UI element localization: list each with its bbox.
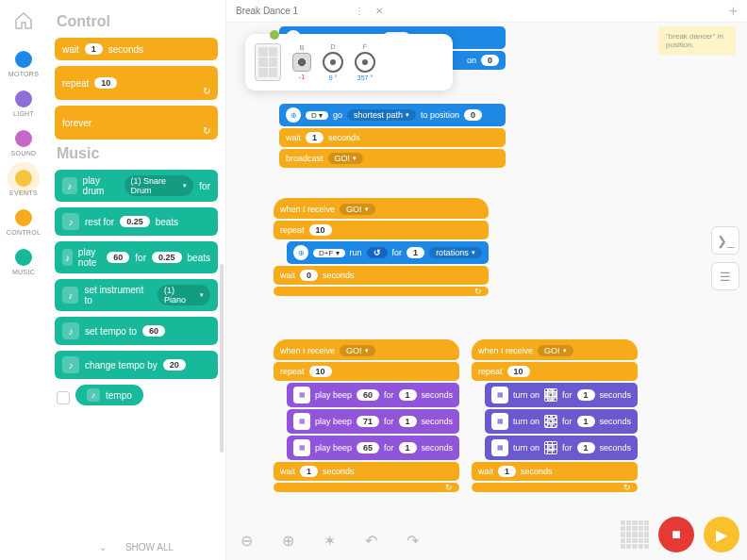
motor-icon xyxy=(293,245,308,260)
zoom-in-button[interactable]: ⊕ xyxy=(275,528,300,552)
motor-icon xyxy=(286,107,301,123)
block-set-tempo[interactable]: ♪ set tempo to 60 xyxy=(55,317,218,345)
block-tempo-reporter[interactable]: ♪ tempo xyxy=(75,385,143,405)
music-icon: ♪ xyxy=(62,356,79,373)
block-wait[interactable]: wait0seconds xyxy=(274,266,489,285)
block-when-receive[interactable]: when I receiveGO! xyxy=(274,339,459,360)
port-b-readout: B-1 xyxy=(292,44,311,80)
block-wait[interactable]: wait 1 seconds xyxy=(55,38,218,60)
led-pattern-icon[interactable] xyxy=(544,441,557,454)
block-set-instrument[interactable]: ♪ set instrument to (1) Piano xyxy=(55,279,218,311)
hub-icon: ▦ xyxy=(491,387,508,404)
music-icon: ♪ xyxy=(62,287,78,304)
console-button[interactable]: ❯_ xyxy=(711,226,739,255)
side-panel: ❯_ ☰ xyxy=(711,226,739,290)
block-repeat[interactable]: repeat10 xyxy=(274,362,459,381)
show-all-button[interactable]: ⌄ SHOW ALL xyxy=(47,542,225,552)
hub-icon: ▦ xyxy=(293,387,310,404)
hub-icon: ▦ xyxy=(293,439,310,456)
block-play-beep[interactable]: ▦ play beep60 for1seconds xyxy=(287,383,459,407)
block-wait[interactable]: wait1seconds xyxy=(274,462,459,481)
led-pattern-icon[interactable] xyxy=(544,388,557,402)
hub-status-popup[interactable]: B-1 D9 ° F357 ° xyxy=(245,34,453,91)
music-icon: ♪ xyxy=(62,249,73,266)
zoom-out-button[interactable]: ⊖ xyxy=(234,528,258,552)
hub-icon: ▦ xyxy=(491,413,508,430)
block-repeat[interactable]: repeat10 xyxy=(472,362,638,381)
stack-sound[interactable]: when I receiveGO! repeat10 ▦ play beep60… xyxy=(274,339,459,494)
chevron-down-icon: ⌄ xyxy=(99,542,107,552)
music-icon: ♪ xyxy=(62,213,79,230)
loop-arrow-icon: ↻ xyxy=(203,86,210,96)
canvas-toolbar: ⊖ ⊕ ✶ ↶ ↷ xyxy=(234,528,424,552)
play-button[interactable]: ▶ xyxy=(704,517,739,552)
redo-button[interactable]: ↷ xyxy=(400,528,424,552)
fit-button[interactable]: ✶ xyxy=(317,528,341,552)
block-run-rotations[interactable]: D+F ▾ run ↺ for 1 rotations xyxy=(287,241,489,264)
tempo-monitor-checkbox[interactable] xyxy=(57,391,70,404)
script-canvas[interactable]: Break Dance 1 ⋮ ✕ + "break dancer" in po… xyxy=(226,0,747,560)
project-title[interactable]: Break Dance 1 xyxy=(236,6,298,16)
block-play-note[interactable]: ♪ play note 60 for 0.25 beats xyxy=(55,241,218,273)
loop-arrow-icon: ↻ xyxy=(623,483,631,492)
block-turn-on[interactable]: ▦ turn on for1seconds xyxy=(485,383,638,407)
canvas-header: Break Dance 1 ⋮ ✕ + xyxy=(226,0,747,23)
block-repeat[interactable]: repeat 10 ↻ xyxy=(55,66,218,100)
add-tab-icon[interactable]: + xyxy=(729,3,738,20)
block-repeat[interactable]: repeat10 xyxy=(274,221,489,239)
palette-scrollbar[interactable] xyxy=(220,264,224,453)
music-icon: ♪ xyxy=(62,322,79,339)
block-forever[interactable]: forever ↻ xyxy=(55,106,218,140)
music-icon: ♪ xyxy=(62,177,77,194)
block-rest[interactable]: ♪ rest for 0.25 beats xyxy=(55,207,218,236)
port-d-readout: D9 ° xyxy=(323,43,343,81)
loop-arrow-icon: ↻ xyxy=(203,125,210,136)
block-repeat-end[interactable]: ↻ xyxy=(274,287,489,296)
block-when-receive[interactable]: when I receiveGO! xyxy=(472,339,638,360)
hub-icon: ▦ xyxy=(293,413,310,430)
stack-light[interactable]: when I receiveGO! repeat10 ▦ turn on for… xyxy=(472,339,638,494)
run-controls: ■ ▶ xyxy=(621,517,739,552)
block-when-receive[interactable]: when I receiveGO! xyxy=(274,198,489,219)
block-palette: Control wait 1 seconds repeat 10 ↻ forev… xyxy=(47,0,226,560)
home-icon[interactable] xyxy=(12,9,35,32)
category-light[interactable]: LIGHT xyxy=(13,91,34,117)
led-pattern-icon[interactable] xyxy=(544,415,557,428)
block-play-beep[interactable]: ▦ play beep71 for1seconds xyxy=(287,409,459,434)
loop-arrow-icon: ↻ xyxy=(474,287,482,296)
hub-led-indicator[interactable] xyxy=(621,520,649,549)
block-change-tempo[interactable]: ♪ change tempo by 20 xyxy=(55,351,218,379)
block-repeat-end[interactable]: ↻ xyxy=(472,483,638,492)
stack-dance[interactable]: when I receiveGO! repeat10 D+F ▾ run ↺ f… xyxy=(274,198,489,298)
block-go-shortest-path[interactable]: D ▾ go shortest path to position 0 xyxy=(279,104,506,126)
category-sidebar: MOTORS LIGHT SOUND EVENTS CONTROL MUSIC xyxy=(0,0,47,560)
close-icon[interactable]: ✕ xyxy=(375,6,383,16)
palette-heading-music: Music xyxy=(57,145,218,162)
block-turn-on[interactable]: ▦ turn on for1seconds xyxy=(485,409,638,434)
music-icon: ♪ xyxy=(87,388,100,402)
notes-button[interactable]: ☰ xyxy=(711,262,739,290)
sticky-note[interactable]: "break dancer" in position. xyxy=(658,26,736,55)
category-control[interactable]: CONTROL xyxy=(7,209,41,236)
more-icon[interactable]: ⋮ xyxy=(355,6,366,16)
block-wait[interactable]: wait1seconds xyxy=(279,128,506,147)
block-play-beep[interactable]: ▦ play beep65 for1seconds xyxy=(287,436,459,460)
block-broadcast[interactable]: broadcastGO! xyxy=(279,149,506,168)
block-repeat-end[interactable]: ↻ xyxy=(274,483,459,492)
block-tempo-reporter-row: ♪ tempo xyxy=(57,385,218,411)
palette-heading-control: Control xyxy=(57,13,218,30)
loop-arrow-icon: ↻ xyxy=(445,483,453,492)
category-sound[interactable]: SOUND xyxy=(11,130,37,156)
block-play-drum[interactable]: ♪ play drum (1) Snare Drum for xyxy=(55,170,218,202)
category-events[interactable]: EVENTS xyxy=(9,170,38,196)
hub-icon: ▦ xyxy=(491,439,508,456)
category-music[interactable]: MUSIC xyxy=(12,249,35,275)
category-motors[interactable]: MOTORS xyxy=(8,51,39,77)
block-turn-on[interactable]: ▦ turn on for1seconds xyxy=(485,436,638,460)
stop-button[interactable]: ■ xyxy=(658,517,694,552)
undo-button[interactable]: ↶ xyxy=(358,528,383,552)
port-f-readout: F357 ° xyxy=(355,43,375,81)
block-wait[interactable]: wait1seconds xyxy=(472,462,638,481)
hub-icon xyxy=(255,43,281,81)
